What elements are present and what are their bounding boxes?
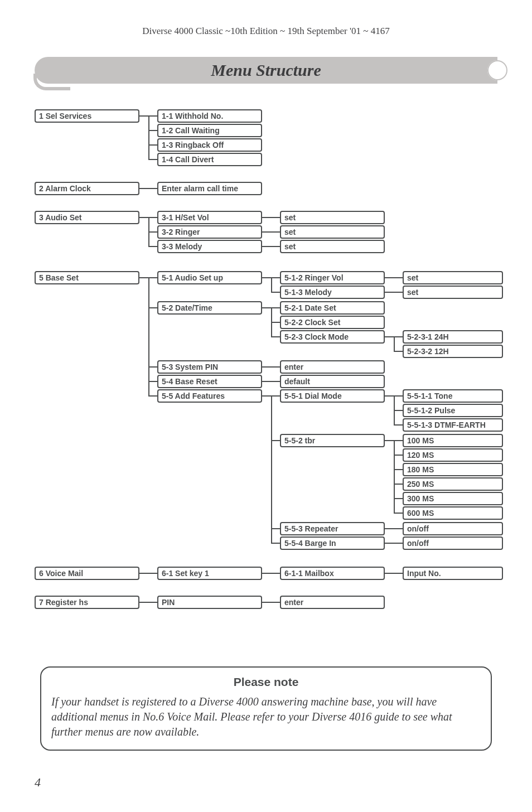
- please-note-body: If your handset is registered to a Diver…: [51, 694, 481, 740]
- menu-3-3-set: set: [280, 240, 385, 253]
- menu-5-2-1: 5-2-1 Date Set: [280, 301, 385, 315]
- menu-5-1: 5-1 Audio Set up: [157, 271, 262, 284]
- menu-5-5-2-120: 120 MS: [403, 448, 503, 462]
- menu-7-register: 7 Register hs: [35, 596, 139, 609]
- menu-3-2: 3-2 Ringer: [157, 225, 262, 239]
- menu-6-input: Input No.: [403, 567, 503, 580]
- menu-5-1-2-set: set: [403, 271, 503, 284]
- menu-5-5-1-2: 5-5-1-2 Pulse: [403, 404, 503, 417]
- menu-5-5-2: 5-5-2 tbr: [280, 434, 385, 447]
- menu-5-1-3: 5-1-3 Melody: [280, 286, 385, 299]
- menu-1-4: 1-4 Call Divert: [157, 153, 262, 166]
- please-note-title: Please note: [51, 675, 481, 689]
- menu-6-1-1: 6-1-1 Mailbox: [280, 567, 385, 580]
- menu-2-enter: Enter alarm call time: [157, 182, 262, 195]
- menu-7-pin: PIN: [157, 596, 262, 609]
- menu-5-5-2-100: 100 MS: [403, 434, 503, 447]
- menu-1-sel-services: 1 Sel Services: [35, 109, 139, 123]
- menu-7-enter: enter: [280, 596, 385, 609]
- menu-tree: 1 Sel Services 1-1 Withhold No. 1-2 Call…: [0, 109, 532, 689]
- menu-5-5-3: 5-5-3 Repeater: [280, 522, 385, 535]
- menu-5-5-2-300: 300 MS: [403, 492, 503, 505]
- menu-5-5-3-onoff: on/off: [403, 522, 503, 535]
- menu-5-2-3: 5-2-3 Clock Mode: [280, 330, 385, 344]
- menu-3-1-set: set: [280, 211, 385, 224]
- menu-1-1: 1-1 Withhold No.: [157, 109, 262, 123]
- menu-6-voicemail: 6 Voice Mail: [35, 567, 139, 580]
- menu-5-5-2-250: 250 MS: [403, 477, 503, 491]
- menu-5-4-default: default: [280, 375, 385, 388]
- menu-5-2-3-2: 5-2-3-2 12H: [403, 345, 503, 358]
- page-title: Menu Structure: [211, 61, 321, 80]
- menu-5-5-4-onoff: on/off: [403, 536, 503, 550]
- menu-5-5-2-180: 180 MS: [403, 463, 503, 476]
- menu-5-2-3-1: 5-2-3-1 24H: [403, 330, 503, 344]
- menu-2-alarm: 2 Alarm Clock: [35, 182, 139, 195]
- menu-3-audio: 3 Audio Set: [35, 211, 139, 224]
- menu-5-1-3-set: set: [403, 286, 503, 299]
- menu-5-3-enter: enter: [280, 360, 385, 374]
- menu-1-2: 1-2 Call Waiting: [157, 124, 262, 137]
- menu-5-5-2-600: 600 MS: [403, 506, 503, 520]
- menu-5-5-1-1: 5-5-1-1 Tone: [403, 389, 503, 403]
- page-title-bar: Menu Structure: [35, 57, 497, 84]
- menu-6-1: 6-1 Set key 1: [157, 567, 262, 580]
- menu-5-base: 5 Base Set: [35, 271, 139, 284]
- menu-5-5: 5-5 Add Features: [157, 389, 262, 403]
- menu-5-5-4: 5-5-4 Barge In: [280, 536, 385, 550]
- menu-5-2-2: 5-2-2 Clock Set: [280, 316, 385, 329]
- menu-5-5-1: 5-5-1 Dial Mode: [280, 389, 385, 403]
- menu-5-5-1-3: 5-5-1-3 DTMF-EARTH: [403, 418, 503, 432]
- menu-5-4: 5-4 Base Reset: [157, 375, 262, 388]
- menu-5-3: 5-3 System PIN: [157, 360, 262, 374]
- please-note-panel: Please note If your handset is registere…: [40, 666, 492, 751]
- page-number: 4: [35, 775, 41, 790]
- menu-3-2-set: set: [280, 225, 385, 239]
- menu-5-1-2: 5-1-2 Ringer Vol: [280, 271, 385, 284]
- menu-3-3: 3-3 Melody: [157, 240, 262, 253]
- menu-1-3: 1-3 Ringback Off: [157, 138, 262, 152]
- doc-header: Diverse 4000 Classic ~10th Edition ~ 19t…: [0, 0, 532, 37]
- menu-5-2: 5-2 Date/Time: [157, 301, 262, 315]
- menu-3-1: 3-1 H/Set Vol: [157, 211, 262, 224]
